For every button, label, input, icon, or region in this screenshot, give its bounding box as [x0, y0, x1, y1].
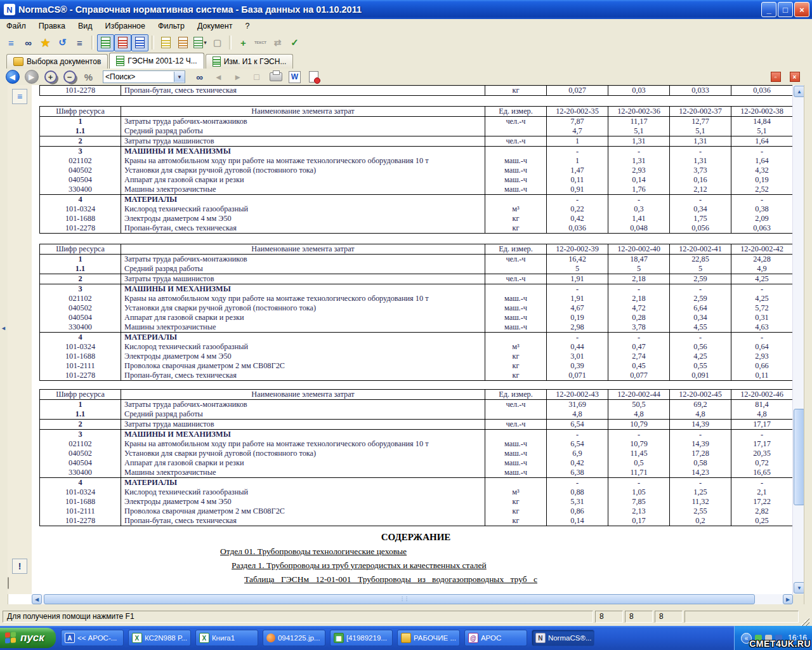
table-row: 1.1Средний разряд работы4,75,15,15,1 [40, 126, 793, 136]
doc-blue-button[interactable] [131, 34, 148, 51]
taskbar-item-0[interactable]: A<< АРОС-... [61, 630, 124, 646]
header-cell: Шифр ресурса [40, 107, 121, 117]
docs-tree-button[interactable]: ≡ [3, 34, 20, 51]
scroll-left-icon[interactable]: ◀ [32, 594, 42, 604]
check-doc-button[interactable]: ✓ [286, 34, 303, 51]
cell-value: 1,31 [608, 156, 670, 166]
warning-icon[interactable]: ! [12, 559, 27, 574]
copy-button[interactable]: □ [248, 69, 265, 86]
link-button[interactable]: ⇄ [269, 34, 286, 51]
start-button[interactable]: пуск [0, 628, 56, 648]
cell-value: 0,34 [670, 204, 731, 214]
header-cell: 12-20-002-40 [608, 244, 670, 255]
taskbar-item-5[interactable]: РАБОЧИЕ ... [397, 630, 460, 646]
cell-unit [485, 126, 547, 136]
menu-item-4[interactable]: Фильтр [152, 20, 191, 32]
cell-value: 4,8 [670, 409, 731, 420]
find-button[interactable]: ∞ [191, 69, 208, 86]
horizontal-scroll-thumb[interactable] [44, 594, 755, 604]
excel-icon: X [199, 633, 209, 643]
cell-value: 1,91 [547, 274, 608, 284]
zoom-out-button[interactable]: − [61, 69, 78, 86]
cell-unit: маш.-ч [485, 166, 547, 175]
find-next-button[interactable]: ▸ [229, 69, 246, 86]
notes-icon[interactable] [8, 577, 9, 589]
link-plus-button[interactable]: + [235, 34, 252, 51]
cell-name: МАТЕРИАЛЫ [121, 333, 485, 343]
back-button[interactable]: ◀ [4, 69, 21, 86]
document-tab-bar: Выборка документовГЭСНм 2001-12 Ч...Изм.… [0, 52, 812, 69]
tab-0[interactable]: Выборка документов [6, 54, 108, 69]
report-button[interactable] [305, 69, 322, 86]
close-doc-button[interactable]: × [786, 69, 803, 86]
taskbar-item-4[interactable]: ▦[41989219... [330, 630, 393, 646]
cell-value: 7,85 [608, 497, 670, 507]
doc-list-button[interactable]: ≡ [71, 34, 88, 51]
print-button[interactable] [267, 69, 284, 86]
document-toolbar: ◀▶+−% ▼ ∞◂▸□W ▫× [0, 69, 812, 86]
zoom-in-button[interactable]: + [42, 69, 59, 86]
resize-grip[interactable] [801, 617, 809, 626]
cell-name: Аппарат для газовой сварки и резки [121, 458, 485, 468]
scale-button[interactable]: % [80, 69, 97, 86]
collapse-panel-icon[interactable]: ◄ [1, 325, 6, 331]
paste-button[interactable]: ▢ [209, 34, 226, 51]
taskbar-item-7[interactable]: NNormaCS®... [532, 630, 594, 646]
maximize-button[interactable]: □ [778, 2, 793, 17]
taskbar: пуск A<< АРОС-...XКС2N988 Р...XКнига1094… [0, 626, 812, 650]
vertical-scrollbar[interactable]: ▲ ▼ [792, 85, 804, 594]
tab-1[interactable]: ГЭСНм 2001-12 Ч... [109, 53, 204, 69]
minimize-button[interactable]: _ [761, 2, 776, 17]
doc-red-button[interactable] [114, 34, 131, 51]
cell-value: 2,09 [731, 214, 793, 223]
table-row: 101-2278Пропан-бутан, смесь техническаяк… [40, 516, 793, 526]
menu-item-5[interactable]: Документ [191, 20, 239, 32]
cell-code: 021102 [40, 156, 121, 166]
contents-icon[interactable]: ≡ [12, 89, 27, 104]
toc-link-0[interactable]: Отдел 01. Трубопроводы технологические ц… [220, 547, 793, 557]
forward-button[interactable]: ▶ [23, 69, 40, 86]
menu-item-2[interactable]: Вид [72, 20, 99, 32]
doc-green-button[interactable] [97, 34, 114, 51]
search-dropdown-button[interactable]: ▼ [174, 72, 185, 82]
taskbar-item-3[interactable]: 0941225.jp... [263, 630, 325, 646]
favorites-button[interactable]: ★ [37, 34, 54, 51]
toc-link-2[interactable]: Таблица ГЭСНм 12-01-001 Трубопроводы из … [244, 574, 793, 585]
cell-unit: чел.-ч [485, 400, 547, 410]
status-panel-3 [684, 611, 799, 623]
horizontal-scrollbar[interactable]: ◀ ▶ [32, 594, 793, 604]
taskbar-item-6[interactable]: @АРОС [464, 630, 527, 646]
scroll-right-icon[interactable]: ▶ [783, 594, 793, 604]
search-input[interactable] [103, 72, 174, 81]
edit-doc-button[interactable]: ▾ [192, 34, 209, 51]
menu-item-6[interactable]: ? [239, 20, 256, 32]
menu-item-0[interactable]: Файл [0, 20, 32, 32]
find-prev-button[interactable]: ◂ [210, 69, 227, 86]
menu-item-1[interactable]: Правка [32, 20, 72, 32]
doc-yellow-button[interactable] [157, 34, 174, 51]
text-mode-button[interactable]: ТЕКСТ [252, 34, 269, 51]
close-button[interactable]: × [794, 2, 809, 17]
cell-value: 2,98 [547, 322, 608, 333]
cell-code: 3 [40, 430, 121, 440]
cell-value: 5,1 [670, 126, 731, 136]
doc-brown-button[interactable] [174, 34, 192, 51]
chevron-down-icon[interactable]: ▾ [204, 39, 207, 46]
cell-code: 2 [40, 420, 121, 430]
history-button[interactable]: ↺ [54, 34, 71, 51]
word-button[interactable]: W [286, 69, 303, 86]
cell-value: 0,38 [731, 204, 793, 214]
taskbar-item-2[interactable]: XКнига1 [195, 630, 258, 646]
normacs-icon: N [535, 633, 546, 643]
menu-item-3[interactable]: Избранное [99, 20, 152, 32]
cell-code: 3 [40, 284, 121, 295]
tab-2[interactable]: Изм. И1 к ГЭСН... [206, 54, 294, 69]
cell-value: - [670, 478, 731, 488]
detach-button[interactable]: ▫ [767, 69, 784, 86]
search-docs-button[interactable]: ∞ [20, 34, 37, 51]
zoom-out-icon: − [63, 70, 76, 83]
document-page[interactable]: 101-2278Пропан-бутан, смесь техническаяк… [32, 85, 793, 594]
taskbar-item-1[interactable]: XКС2N988 Р... [128, 630, 191, 646]
toc-link-1[interactable]: Раздел 1. Трубопроводы из труб углеродис… [232, 560, 793, 571]
zoom-in-icon: + [44, 70, 57, 83]
